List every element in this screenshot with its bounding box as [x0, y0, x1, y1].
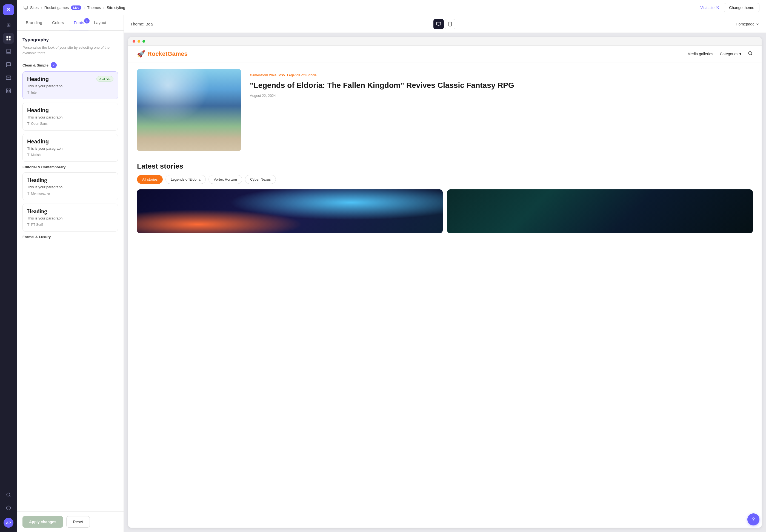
sidebar-icon-search[interactable]: [3, 489, 14, 500]
tabs-bar: Branding Colors Fonts 1 Layout: [17, 15, 123, 31]
top-nav-actions: Visit site Change theme: [700, 3, 759, 12]
breadcrumb: Sites › Rocket games Live › Themes › Sit…: [24, 5, 125, 10]
font-heading-mulish: Heading: [27, 138, 49, 145]
sidebar-icon-sites[interactable]: ⊞: [3, 20, 14, 31]
story-filter-tabs: All stories Legends of Eldoria Vortex Ho…: [137, 175, 753, 184]
apply-changes-button[interactable]: Apply changes: [22, 516, 63, 528]
hero-image: [137, 69, 241, 151]
font-heading-pt-serif: Heading: [27, 208, 47, 215]
tab-colors[interactable]: Colors: [48, 15, 68, 30]
hero-tag-gamescom[interactable]: GamesCom 2024: [250, 73, 277, 77]
font-meta-merriweather: T Merriweather: [27, 191, 113, 196]
story-card-space[interactable]: [137, 189, 443, 233]
breadcrumb-rocket-games[interactable]: Rocket games: [44, 5, 69, 10]
breadcrumb-themes[interactable]: Themes: [87, 5, 101, 10]
breadcrumb-current: Site styling: [106, 5, 125, 10]
typography-title: Typography: [22, 37, 118, 43]
svg-point-9: [7, 493, 10, 496]
nav-link-categories[interactable]: Categories ▾: [720, 52, 741, 56]
font-card-mulish-header: Heading: [27, 138, 113, 145]
filter-vortex-horizon[interactable]: Vortex Horizon: [209, 175, 242, 184]
preview-page-select[interactable]: Homepage: [736, 22, 760, 26]
tab-fonts[interactable]: Fonts 1: [69, 15, 88, 30]
hero-tag-ps5[interactable]: PS5: [279, 73, 285, 77]
visit-site-link[interactable]: Visit site: [700, 5, 719, 10]
font-card-mulish[interactable]: Heading This is your paragraph. T Mulish: [22, 134, 118, 162]
site-search-icon[interactable]: [748, 51, 753, 57]
svg-rect-17: [436, 22, 440, 25]
latest-stories-title: Latest stories: [137, 162, 753, 170]
top-nav: Sites › Rocket games Live › Themes › Sit…: [17, 0, 766, 15]
sidebar-icon-book[interactable]: [3, 46, 14, 57]
active-badge-inter: ACTIVE: [96, 76, 113, 82]
browser-bar: [128, 37, 762, 46]
category-clean-simple-badge: 2: [51, 62, 57, 68]
story-card-cyber[interactable]: [447, 189, 753, 233]
svg-rect-8: [9, 91, 11, 93]
latest-stories-section: Latest stories All stories Legends of El…: [128, 158, 762, 240]
site-navbar: 🚀 RocketGames Media galleries Categories…: [128, 46, 762, 62]
browser-dot-green: [142, 40, 145, 43]
font-meta-icon-inter: T: [27, 90, 30, 95]
browser-dot-red: [132, 40, 135, 43]
browser-dot-yellow: [137, 40, 140, 43]
svg-point-22: [748, 51, 752, 55]
site-logo-icon: 🚀: [137, 50, 145, 58]
font-meta-pt-serif: T PT Serif: [27, 222, 113, 227]
svg-rect-0: [7, 36, 8, 38]
breadcrumb-sites[interactable]: Sites: [30, 5, 39, 10]
help-button[interactable]: ?: [747, 513, 759, 525]
fonts-tab-badge: 1: [84, 18, 90, 24]
site-nav-links: Media galleries Categories ▾: [687, 51, 753, 57]
site-hero: GamesCom 2024 PS5 Legends of Eldoria "Le…: [128, 62, 762, 158]
site-preview: 🚀 RocketGames Media galleries Categories…: [128, 46, 762, 528]
sidebar-logo: S: [3, 4, 14, 15]
left-panel: Branding Colors Fonts 1 Layout Typograph…: [17, 15, 124, 532]
hero-tag-eldoria[interactable]: Legends of Eldoria: [287, 73, 316, 77]
preview-panel: Theme: Bea Homepage: [124, 15, 766, 532]
sidebar-icon-grid[interactable]: [3, 85, 14, 96]
reset-button[interactable]: Reset: [66, 516, 90, 528]
content-split: Branding Colors Fonts 1 Layout Typograph…: [17, 15, 766, 532]
main-container: Sites › Rocket games Live › Themes › Sit…: [17, 0, 766, 532]
tab-layout[interactable]: Layout: [90, 15, 111, 30]
font-paragraph-pt-serif: This is your paragraph.: [27, 216, 113, 220]
view-mobile-button[interactable]: [445, 19, 455, 29]
tab-branding[interactable]: Branding: [21, 15, 47, 30]
font-meta-icon-pt-serif: T: [27, 222, 30, 227]
filter-legends-eldoria[interactable]: Legends of Eldoria: [165, 175, 206, 184]
font-card-pt-serif-header: Heading: [27, 208, 113, 215]
story-card-space-image: [137, 189, 443, 233]
sidebar-icon-mail[interactable]: [3, 72, 14, 83]
filter-cyber-nexus[interactable]: Cyber Nexus: [245, 175, 276, 184]
font-card-open-sans[interactable]: Heading This is your paragraph. T Open S…: [22, 103, 118, 131]
left-panel-content: Typography Personalise the look of your …: [17, 31, 123, 511]
sidebar-icon-help[interactable]: [3, 502, 14, 513]
font-card-inter[interactable]: Heading ACTIVE This is your paragraph. T…: [22, 71, 118, 99]
avatar[interactable]: AP: [4, 518, 13, 528]
category-clean-simple: Clean & Simple 2: [22, 62, 118, 68]
sidebar: S ⊞ AP: [0, 0, 17, 532]
change-theme-button[interactable]: Change theme: [724, 3, 759, 12]
preview-view-toggle: [433, 19, 455, 29]
svg-line-16: [717, 6, 719, 8]
font-card-merriweather[interactable]: Heading This is your paragraph. T Merriw…: [22, 172, 118, 200]
font-paragraph-merriweather: This is your paragraph.: [27, 185, 113, 189]
sidebar-icon-dashboard[interactable]: [3, 33, 14, 44]
svg-rect-5: [7, 89, 8, 91]
view-desktop-button[interactable]: [433, 19, 444, 29]
story-card-cyber-image: [447, 189, 753, 233]
svg-rect-13: [24, 6, 27, 8]
svg-rect-2: [7, 39, 8, 41]
font-card-merriweather-header: Heading: [27, 177, 113, 183]
svg-line-23: [751, 54, 752, 55]
font-card-pt-serif[interactable]: Heading This is your paragraph. T PT Ser…: [22, 204, 118, 232]
category-editorial: Editorial & Contemporary: [22, 165, 118, 169]
font-card-inter-header: Heading ACTIVE: [27, 76, 113, 82]
font-heading-open-sans: Heading: [27, 107, 49, 114]
filter-all-stories[interactable]: All stories: [137, 175, 163, 184]
sidebar-icon-chat[interactable]: [3, 59, 14, 70]
svg-rect-1: [9, 36, 11, 38]
nav-link-media[interactable]: Media galleries: [687, 52, 713, 56]
site-logo: 🚀 RocketGames: [137, 50, 188, 58]
